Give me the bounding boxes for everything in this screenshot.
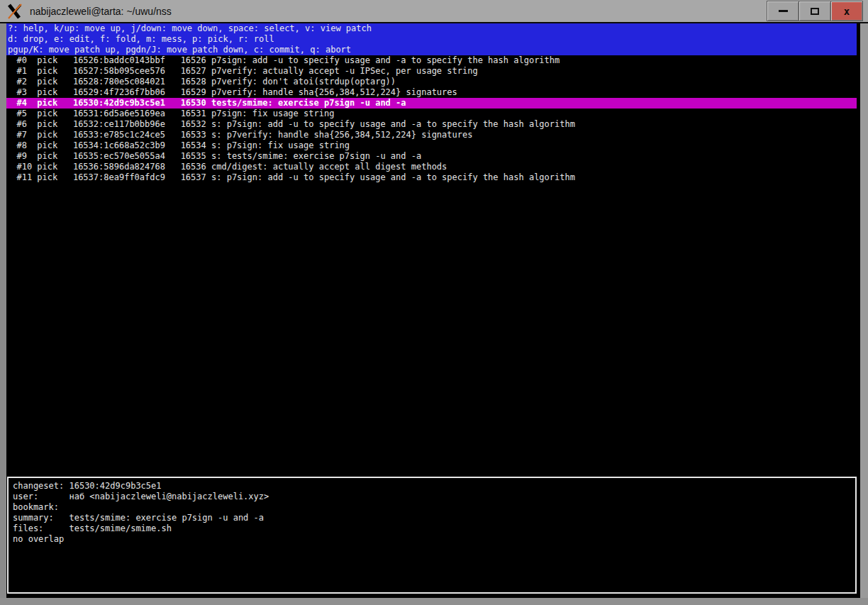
window-body: ?: help, k/up: move up, j/down: move dow… [0, 23, 868, 598]
commit-row[interactable]: #3 pick 16529:4f7236f7bb06 16529 p7verif… [6, 87, 857, 98]
terminal-scrollbar[interactable] [0, 23, 6, 598]
commit-row[interactable]: #9 pick 16535:ec570e5055a4 16535 s: test… [6, 151, 857, 162]
changeset-panel-content: changeset: 16530:42d9c9b3c5e1user: наб <… [13, 481, 855, 545]
close-button[interactable]: x [830, 1, 863, 21]
changeset-field: user: наб <nabijaczleweli@nabijaczleweli… [13, 492, 855, 502]
help-line: d: drop, e: edit, f: fold, m: mess, p: p… [8, 34, 857, 45]
commit-row[interactable]: #0 pick 16526:baddc0143bbf 16526 p7sign:… [6, 55, 857, 66]
commit-row[interactable]: #7 pick 16533:e785c1c24ce5 16533 s: p7ve… [6, 130, 857, 140]
changeset-field: files: tests/smime/smime.sh [13, 523, 855, 534]
commit-row-selected[interactable]: #4 pick 16530:42d9c9b3c5e1 16530 tests/s… [6, 98, 857, 109]
commit-row[interactable]: #1 pick 16527:58b095cee576 16527 p7verif… [6, 66, 857, 77]
help-line: pgup/K: move patch up, pgdn/J: move patc… [8, 45, 857, 55]
terminal-screen: ?: help, k/up: move up, j/down: move dow… [6, 23, 860, 598]
titlebar: nabijaczleweli@tarta: ~/uwu/nss x [0, 0, 868, 22]
window-title: nabijaczleweli@tarta: ~/uwu/nss [30, 6, 172, 17]
commit-list: #0 pick 16526:baddc0143bbf 16526 p7sign:… [6, 55, 857, 183]
commit-row[interactable]: #11 pick 16537:8ea9ff0afdc9 16537 s: p7s… [6, 172, 857, 183]
window-controls: x [767, 1, 863, 21]
maximize-button[interactable] [799, 1, 831, 21]
xterm-window: nabijaczleweli@tarta: ~/uwu/nss x ?: hel… [0, 0, 868, 605]
changeset-field: bookmark: [13, 502, 855, 513]
changeset-field: changeset: 16530:42d9c9b3c5e1 [13, 481, 855, 492]
commit-row[interactable]: #2 pick 16528:780e5c084021 16528 p7verif… [6, 77, 857, 87]
commit-row[interactable]: #8 pick 16534:1c668a52c3b9 16534 s: p7si… [6, 140, 857, 151]
commit-row[interactable]: #10 pick 16536:5896da824768 16536 cmd/di… [6, 162, 857, 172]
help-line: ?: help, k/up: move up, j/down: move dow… [8, 23, 857, 34]
changeset-field: no overlap [13, 534, 855, 545]
minimize-button[interactable] [767, 1, 799, 21]
maximize-icon [811, 8, 819, 15]
close-icon: x [844, 6, 850, 16]
minimize-icon [779, 10, 788, 12]
changeset-field: summary: tests/smime: exercise p7sign -u… [13, 513, 855, 523]
commit-row[interactable]: #6 pick 16532:ce117b0bb96e 16532 s: p7si… [6, 119, 857, 130]
terminal-spacer [6, 183, 857, 477]
window-border-bottom [0, 598, 868, 605]
xterm-logo-icon [6, 3, 23, 20]
window-border-right [860, 23, 868, 598]
changeset-panel: changeset: 16530:42d9c9b3c5e1user: наб <… [7, 477, 857, 594]
help-header: ?: help, k/up: move up, j/down: move dow… [6, 23, 857, 55]
commit-row[interactable]: #5 pick 16531:6d5a6e5169ea 16531 p7sign:… [6, 109, 857, 119]
